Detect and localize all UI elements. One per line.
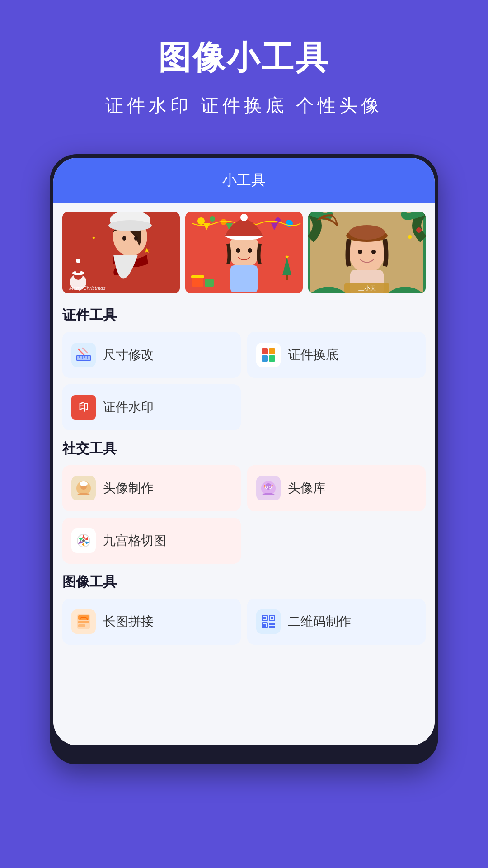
svg-rect-27 <box>230 265 258 292</box>
svg-point-16 <box>210 216 215 222</box>
hero-title: 图像小工具 <box>27 36 461 80</box>
svg-point-8 <box>108 220 152 231</box>
social-section: 社交工具 头像制 <box>62 439 426 564</box>
stamp-icon: 印 <box>71 395 96 420</box>
svg-rect-56 <box>269 355 275 362</box>
watermark-tool-name: 证件水印 <box>103 399 154 416</box>
avatar-make-tool-name: 头像制作 <box>103 480 154 497</box>
svg-rect-34 <box>191 275 204 278</box>
avatar-library-tool[interactable]: 头像库 <box>247 465 426 511</box>
phone-mockup: 小工具 <box>50 154 438 764</box>
color-icon <box>256 343 281 367</box>
qr-icon <box>256 609 281 634</box>
banner-item-3[interactable]: 王小天 <box>308 212 426 293</box>
bg-change-tool[interactable]: 证件换底 <box>247 332 426 378</box>
phone-header: 小工具 <box>53 158 435 203</box>
svg-point-46 <box>408 235 412 239</box>
svg-point-42 <box>371 250 376 254</box>
svg-rect-60 <box>81 482 86 485</box>
avatar-library-icon <box>256 476 281 500</box>
phone-screen: 小工具 <box>53 158 435 745</box>
image-section-label: 图像工具 <box>62 573 426 591</box>
svg-rect-47 <box>77 355 90 361</box>
svg-point-66 <box>269 486 271 488</box>
svg-point-28 <box>236 248 240 253</box>
svg-text:★: ★ <box>144 246 150 254</box>
svg-rect-81 <box>272 623 275 625</box>
svg-point-45 <box>416 227 422 233</box>
svg-rect-77 <box>271 617 273 619</box>
svg-text:★: ★ <box>92 235 96 240</box>
resize-tool[interactable]: 尺寸修改 <box>62 332 241 378</box>
svg-rect-75 <box>263 617 266 619</box>
image-tool-grid: 长图拼接 <box>62 599 426 645</box>
social-tool-grid: 头像制作 <box>62 465 426 511</box>
svg-rect-72 <box>78 621 89 623</box>
phone-header-title: 小工具 <box>222 172 266 188</box>
svg-rect-80 <box>269 623 272 625</box>
svg-rect-83 <box>272 626 275 628</box>
ruler-icon <box>71 343 96 367</box>
hero-subtitle: 证件水印 证件换底 个性头像 <box>27 93 461 118</box>
long-image-tool-name: 长图拼接 <box>103 613 154 630</box>
svg-rect-53 <box>262 348 268 354</box>
avatar-make-icon <box>71 476 96 500</box>
svg-text:Merry Christmas: Merry Christmas <box>69 285 106 291</box>
banner-row: ★ ★ Merry Christmas <box>62 212 426 293</box>
avatar-make-tool[interactable]: 头像制作 <box>62 465 241 511</box>
svg-point-10 <box>134 236 138 241</box>
svg-rect-82 <box>269 626 272 628</box>
svg-rect-55 <box>262 355 268 362</box>
svg-rect-31 <box>286 275 288 280</box>
svg-point-39 <box>349 225 385 240</box>
svg-rect-79 <box>263 624 266 627</box>
avatar-library-tool-name: 头像库 <box>288 480 326 497</box>
certificate-section: 证件工具 <box>62 306 426 430</box>
image-section: 图像工具 长图拼 <box>62 573 426 645</box>
banner-item-2[interactable]: ★ <box>185 212 303 293</box>
phone-content: ★ ★ Merry Christmas <box>53 203 435 745</box>
svg-rect-4 <box>75 262 81 273</box>
svg-rect-73 <box>78 624 85 627</box>
svg-point-65 <box>266 486 267 488</box>
qrcode-tool-name: 二维码制作 <box>288 613 351 630</box>
svg-point-5 <box>76 259 80 263</box>
svg-point-17 <box>221 219 227 225</box>
nine-grid-tool[interactable]: 九宫格切图 <box>62 518 241 564</box>
banner-item-1[interactable]: ★ ★ Merry Christmas <box>62 212 180 293</box>
long-image-tool[interactable]: 长图拼接 <box>62 599 241 645</box>
bg-change-tool-name: 证件换底 <box>288 346 338 363</box>
long-image-icon <box>71 609 96 634</box>
svg-point-41 <box>358 250 362 254</box>
svg-rect-54 <box>269 348 275 354</box>
svg-point-29 <box>248 248 252 253</box>
hero-section: 图像小工具 证件水印 证件换底 个性头像 <box>0 0 488 145</box>
nine-grid-tool-name: 九宫格切图 <box>103 532 166 549</box>
svg-point-9 <box>122 236 126 241</box>
social-section-label: 社交工具 <box>62 439 426 458</box>
svg-rect-35 <box>205 279 214 287</box>
watermark-tool[interactable]: 印 证件水印 <box>62 384 241 430</box>
svg-point-26 <box>240 214 248 221</box>
certificate-tool-grid: 尺寸修改 证件换底 <box>62 332 426 378</box>
resize-tool-name: 尺寸修改 <box>103 346 154 363</box>
nine-grid-icon <box>71 528 96 553</box>
svg-text:★: ★ <box>285 254 290 260</box>
qrcode-tool[interactable]: 二维码制作 <box>247 599 426 645</box>
certificate-section-label: 证件工具 <box>62 306 426 325</box>
svg-text:王小天: 王小天 <box>358 285 376 292</box>
svg-rect-33 <box>192 278 203 287</box>
svg-point-69 <box>82 539 85 542</box>
